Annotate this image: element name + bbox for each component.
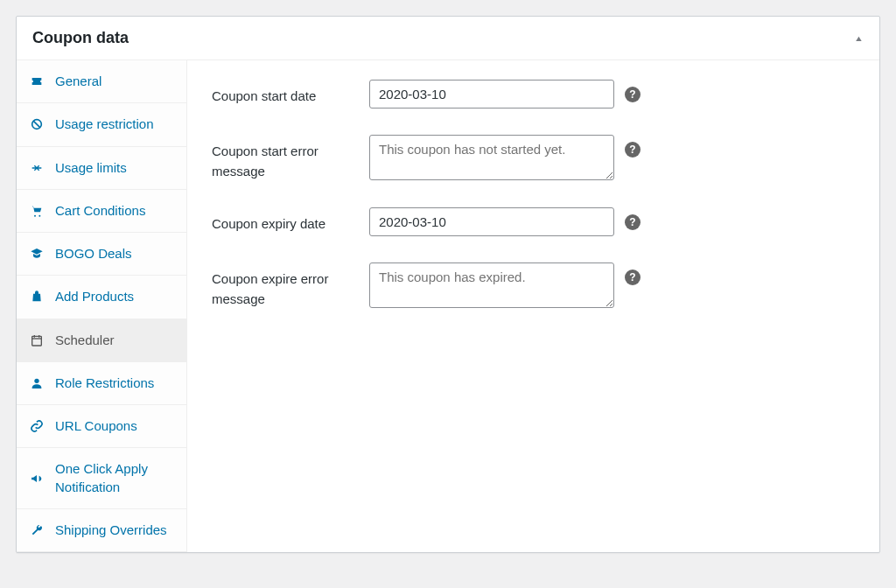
compress-icon: [29, 160, 45, 176]
start-error-textarea[interactable]: [369, 135, 614, 180]
sidebar-item-label: Add Products: [55, 288, 134, 305]
sidebar-item-label: General: [55, 73, 102, 90]
expiry-date-input[interactable]: [369, 207, 614, 236]
sidebar-item-general[interactable]: General: [17, 60, 186, 103]
sidebar-item-cart-conditions[interactable]: Cart Conditions: [17, 190, 186, 233]
svg-point-9: [34, 379, 38, 383]
help-icon[interactable]: ?: [625, 87, 640, 102]
expire-error-label: Coupon expire error message: [212, 262, 369, 309]
sidebar-item-shipping-overrides[interactable]: Shipping Overrides: [17, 509, 186, 552]
sidebar-item-label: URL Coupons: [55, 417, 137, 435]
start-date-label: Coupon start date: [212, 80, 369, 107]
sidebar-item-one-click-apply[interactable]: One Click Apply Notification: [17, 448, 186, 509]
wrench-icon: [29, 522, 45, 538]
form-row-start-error: Coupon start error message ?: [212, 135, 855, 181]
form-row-expire-error: Coupon expire error message ?: [212, 262, 855, 309]
sidebar-item-usage-restriction[interactable]: Usage restriction: [17, 103, 186, 146]
form-control: ?: [369, 207, 640, 236]
bullhorn-icon: [29, 471, 45, 486]
ban-icon: [29, 116, 45, 132]
coupon-data-panel: Coupon data ▲ General Usage restriction: [16, 16, 880, 553]
sidebar: General Usage restriction Usage limits C…: [17, 60, 187, 552]
sidebar-item-role-restrictions[interactable]: Role Restrictions: [17, 362, 186, 405]
svg-line-1: [33, 122, 39, 128]
sidebar-item-scheduler[interactable]: Scheduler: [17, 319, 186, 362]
sidebar-item-label: One Click Apply Notification: [55, 460, 172, 496]
expire-error-textarea[interactable]: [369, 262, 614, 308]
sidebar-item-label: Usage restriction: [55, 116, 154, 133]
sidebar-item-add-products[interactable]: Add Products: [17, 276, 186, 318]
form-control: ?: [369, 262, 640, 308]
help-icon[interactable]: ?: [625, 214, 640, 230]
sidebar-item-bogo-deals[interactable]: BOGO Deals: [17, 233, 186, 276]
help-icon[interactable]: ?: [625, 270, 640, 285]
ticket-icon: [29, 74, 45, 89]
form-content: Coupon start date ? Coupon start error m…: [187, 60, 879, 552]
form-row-expiry-date: Coupon expiry date ?: [212, 207, 855, 236]
expiry-date-label: Coupon expiry date: [212, 207, 369, 234]
sidebar-item-label: Cart Conditions: [55, 202, 145, 220]
panel-body: General Usage restriction Usage limits C…: [17, 60, 879, 552]
graduation-cap-icon: [29, 246, 45, 262]
help-icon[interactable]: ?: [625, 142, 640, 158]
panel-header: Coupon data ▲: [17, 17, 879, 60]
calendar-icon: [29, 332, 45, 348]
user-icon: [29, 375, 45, 391]
shopping-bag-icon: [29, 289, 45, 304]
collapse-toggle-icon[interactable]: ▲: [854, 34, 864, 43]
sidebar-item-label: Role Restrictions: [55, 374, 154, 392]
sidebar-item-label: Shipping Overrides: [55, 522, 167, 539]
start-error-label: Coupon start error message: [212, 135, 369, 181]
sidebar-item-usage-limits[interactable]: Usage limits: [17, 147, 186, 190]
svg-rect-2: [32, 336, 42, 346]
start-date-input[interactable]: [369, 80, 614, 108]
sidebar-item-url-coupons[interactable]: URL Coupons: [17, 405, 186, 448]
form-control: ?: [369, 135, 640, 180]
sidebar-item-label: Usage limits: [55, 159, 127, 177]
form-control: ?: [369, 80, 640, 108]
sidebar-item-label: BOGO Deals: [55, 245, 132, 262]
shopping-cart-icon: [29, 203, 45, 219]
link-icon: [29, 418, 45, 434]
panel-title: Coupon data: [32, 29, 129, 47]
sidebar-item-label: Scheduler: [55, 332, 115, 349]
form-row-start-date: Coupon start date ?: [212, 80, 855, 108]
